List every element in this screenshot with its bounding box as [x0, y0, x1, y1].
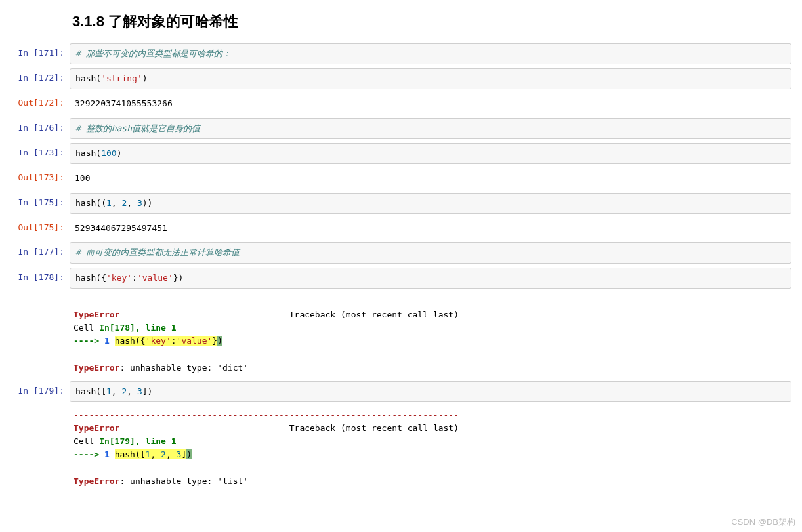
code-text: hash({ [75, 273, 106, 283]
code-input[interactable]: # 整数的hash值就是它自身的值 [70, 118, 791, 139]
code-number: 3 [137, 198, 142, 208]
traceback-arrow: ----> [74, 449, 104, 459]
code-number: 2 [121, 198, 127, 208]
code-comment: # 而可变的内置类型都无法正常计算哈希值 [75, 247, 240, 257]
traceback-dash: ----------------------------------------… [74, 410, 459, 420]
in-prompt: In [171]: [0, 43, 70, 64]
code-number: 2 [121, 386, 127, 396]
hl-text: hash({ [115, 336, 146, 346]
output-text: 100 [70, 168, 791, 189]
in-prompt: In [177]: [0, 242, 70, 263]
traceback-lineno: 1 [104, 336, 110, 346]
cell-176: In [176]: # 整数的hash值就是它自身的值 [0, 118, 802, 139]
cell-171: In [171]: # 那些不可变的内置类型都是可哈希的： [0, 43, 802, 64]
traceback-dash: ----------------------------------------… [74, 297, 459, 306]
code-text: ]) [142, 386, 153, 396]
code-string: 'value' [137, 273, 173, 283]
out-prompt: Out[175]: [0, 218, 70, 239]
code-number: 1 [106, 386, 112, 396]
code-string: 'string' [101, 73, 142, 83]
traceback-cell-ref: In[179], line 1 [99, 436, 176, 446]
error-name: TypeError [74, 363, 119, 373]
traceback-text: Cell [74, 323, 99, 333]
code-input[interactable]: hash({'key':'value'}) [70, 268, 791, 289]
cell-175-output: Out[175]: 529344067295497451 [0, 218, 802, 239]
traceback-cell-ref: In[178], line 1 [99, 323, 176, 333]
code-input[interactable]: # 那些不可变的内置类型都是可哈希的： [70, 43, 791, 64]
code-text: hash(( [75, 198, 106, 208]
traceback-arrow: ----> [74, 336, 104, 346]
in-prompt: In [179]: [0, 381, 70, 402]
hl-text: : [171, 336, 177, 346]
error-name: TypeError [74, 423, 119, 433]
code-string: 'key' [106, 273, 132, 283]
code-text: hash( [75, 148, 101, 158]
in-prompt: In [176]: [0, 118, 70, 139]
code-text: : [132, 273, 137, 283]
traceback-output: ----------------------------------------… [70, 406, 791, 491]
error-name: TypeError [74, 476, 119, 486]
error-message: : unhashable type: 'dict' [119, 363, 248, 373]
code-text: hash( [75, 73, 101, 83]
code-input[interactable]: hash([1, 2, 3]) [70, 381, 791, 402]
code-text: )) [142, 198, 153, 208]
hl-string: 'key' [146, 336, 171, 346]
error-name: TypeError [74, 310, 119, 319]
code-comment: # 整数的hash值就是它自身的值 [75, 123, 200, 133]
in-prompt: In [173]: [0, 143, 70, 164]
cell-177: In [177]: # 而可变的内置类型都无法正常计算哈希值 [0, 242, 802, 263]
code-number: 3 [137, 386, 142, 396]
cell-178-traceback: ----------------------------------------… [0, 293, 802, 377]
code-number: 1 [106, 198, 112, 208]
code-input[interactable]: hash(100) [70, 143, 791, 164]
traceback-label: Traceback (most recent call last) [289, 310, 459, 319]
traceback-highlight: hash({'key':'value'} [115, 336, 218, 346]
cell-172-input: In [172]: hash('string') [0, 68, 802, 89]
traceback-highlight: hash([1, 2, 3] [115, 449, 187, 459]
cell-179-traceback: ----------------------------------------… [0, 406, 802, 491]
code-input[interactable]: hash('string') [70, 68, 791, 89]
hl-end: ) [186, 449, 192, 459]
hl-text: hash([ [115, 449, 146, 459]
cell-179-input: In [179]: hash([1, 2, 3]) [0, 381, 802, 402]
cell-178-input: In [178]: hash({'key':'value'}) [0, 268, 802, 289]
traceback-lineno: 1 [104, 449, 110, 459]
hl-number: 1 [146, 449, 151, 459]
traceback-text: Cell [74, 436, 99, 446]
cell-172-output: Out[172]: 3292203741055553266 [0, 93, 802, 114]
in-prompt: In [178]: [0, 268, 70, 289]
out-prompt: Out[173]: [0, 168, 70, 189]
hl-number: 2 [161, 449, 166, 459]
empty-prompt [0, 293, 70, 377]
code-comment: # 那些不可变的内置类型都是可哈希的： [75, 49, 231, 58]
cell-173-output: Out[173]: 100 [0, 168, 802, 189]
empty-prompt [0, 406, 70, 491]
traceback-output: ----------------------------------------… [70, 293, 791, 377]
output-text: 529344067295497451 [70, 218, 791, 239]
cell-173-input: In [173]: hash(100) [0, 143, 802, 164]
code-text: }) [173, 273, 184, 283]
out-prompt: Out[172]: [0, 93, 70, 114]
hl-string: 'value' [177, 336, 213, 346]
section-heading: 3.1.8 了解对象的可哈希性 [72, 12, 802, 31]
code-number: 100 [101, 148, 116, 158]
output-text: 3292203741055553266 [70, 93, 791, 114]
traceback-label: Traceback (most recent call last) [289, 423, 459, 433]
hl-end: ) [217, 336, 222, 346]
in-prompt: In [172]: [0, 68, 70, 89]
code-text: hash([ [75, 386, 106, 396]
cell-175-input: In [175]: hash((1, 2, 3)) [0, 193, 802, 214]
code-input[interactable]: # 而可变的内置类型都无法正常计算哈希值 [70, 242, 791, 263]
hl-text: } [212, 336, 217, 346]
code-text: ) [142, 73, 148, 83]
error-message: : unhashable type: 'list' [119, 476, 248, 486]
code-input[interactable]: hash((1, 2, 3)) [70, 193, 791, 214]
code-text: ) [117, 148, 122, 158]
in-prompt: In [175]: [0, 193, 70, 214]
